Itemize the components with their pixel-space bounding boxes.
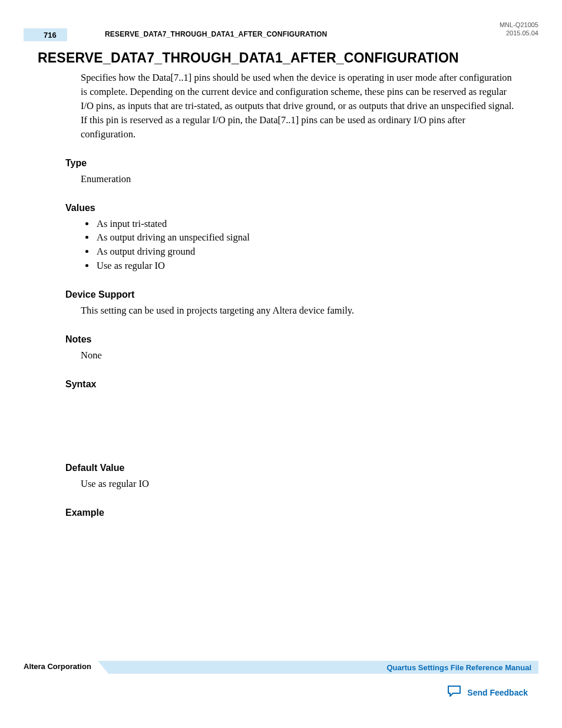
page-title: RESERVE_DATA7_THROUGH_DATA1_AFTER_CONFIG… — [38, 50, 518, 66]
doc-date: 2015.05.04 — [500, 29, 538, 37]
device-support-body: This setting can be used in projects tar… — [81, 304, 518, 318]
device-support-heading: Device Support — [65, 289, 518, 300]
feedback-label: Send Feedback — [467, 688, 528, 697]
header-meta: MNL-Q21005 2015.05.04 — [500, 21, 538, 38]
list-item: As output driving an unspecified signal — [95, 230, 518, 245]
send-feedback-link[interactable]: Send Feedback — [447, 685, 528, 700]
values-heading: Values — [65, 203, 518, 213]
footer-company: Altera Corporation — [24, 662, 91, 671]
syntax-heading: Syntax — [65, 379, 518, 390]
example-heading: Example — [65, 508, 518, 518]
page-number: 716 — [44, 31, 57, 39]
values-list: As input tri-stated As output driving an… — [95, 217, 518, 274]
doc-id: MNL-Q21005 — [500, 21, 538, 29]
footer-manual-text: Quartus Settings File Reference Manual — [386, 663, 531, 672]
description-paragraph: Specifies how the Data[7..1] pins should… — [81, 71, 518, 141]
running-header-title: RESERVE_DATA7_THROUGH_DATA1_AFTER_CONFIG… — [105, 30, 327, 38]
default-value-body: Use as regular IO — [81, 477, 518, 491]
type-body: Enumeration — [81, 172, 518, 186]
notes-body: None — [81, 348, 518, 363]
footer-manual-link[interactable]: Quartus Settings File Reference Manual — [108, 661, 538, 674]
feedback-icon — [447, 685, 461, 700]
list-item: As output driving ground — [95, 245, 518, 259]
page-number-badge: 716 — [24, 28, 67, 41]
list-item: As input tri-stated — [95, 217, 518, 231]
notes-heading: Notes — [65, 334, 518, 345]
list-item: Use as regular IO — [95, 259, 518, 273]
default-value-heading: Default Value — [65, 463, 518, 473]
type-heading: Type — [65, 158, 518, 169]
